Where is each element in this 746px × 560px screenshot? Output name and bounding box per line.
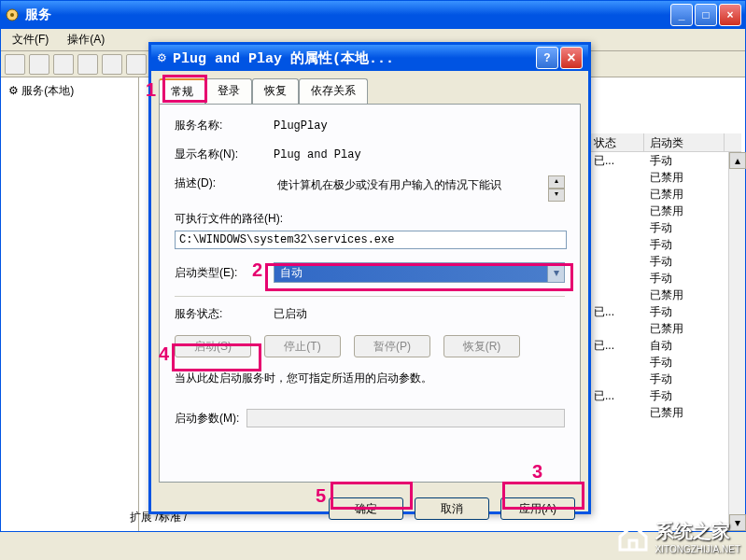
cell-status: 已... xyxy=(588,303,644,320)
ok-button[interactable]: 确定 xyxy=(329,497,403,520)
col-status[interactable]: 状态 xyxy=(588,133,644,151)
service-status-label: 服务状态: xyxy=(175,306,274,322)
cell-status xyxy=(588,371,644,387)
start-params-input xyxy=(246,409,565,427)
cell-startup: 自动 xyxy=(644,337,725,354)
list-header: 状态 启动类 xyxy=(588,133,741,152)
cancel-button[interactable]: 取消 xyxy=(415,497,489,520)
cell-startup: 手动 xyxy=(644,219,725,236)
stop-button[interactable]: 停止(T) xyxy=(264,335,341,357)
dialog-icon: ⚙ xyxy=(157,51,167,64)
scroll-up-icon[interactable]: ▴ xyxy=(729,152,746,169)
services-local-icon: ⚙ xyxy=(8,84,19,97)
startup-type-value: 自动 xyxy=(280,265,303,281)
resume-button[interactable]: 恢复(R) xyxy=(443,335,520,357)
tree-root-label: 服务(本地) xyxy=(21,84,74,97)
list-item[interactable]: 已...手动 xyxy=(588,387,741,404)
list-item[interactable]: 已禁用 xyxy=(588,186,741,203)
list-item[interactable]: 已...自动 xyxy=(588,337,741,354)
cell-startup: 手动 xyxy=(644,371,725,387)
cell-status xyxy=(588,404,644,421)
properties-dialog: ⚙ Plug and Play 的属性(本地... ? × 常规 登录 恢复 依… xyxy=(148,42,591,514)
minimize-button[interactable]: _ xyxy=(670,4,693,26)
menu-action[interactable]: 操作(A) xyxy=(60,30,112,49)
toolbar-prop-button[interactable] xyxy=(53,54,74,75)
cell-startup: 已禁用 xyxy=(644,186,725,203)
help-text: 当从此处启动服务时，您可指定所适用的启动参数。 xyxy=(175,371,565,386)
tab-panel-general: 服务名称: PlugPlay 显示名称(N): Plug and Play 描述… xyxy=(159,104,581,483)
cell-status xyxy=(588,203,644,219)
list-item[interactable]: 已禁用 xyxy=(588,404,741,421)
cell-status xyxy=(588,253,644,270)
startup-type-label: 启动类型(E): xyxy=(175,265,274,281)
cell-startup: 手动 xyxy=(644,387,725,404)
list-item[interactable]: 手动 xyxy=(588,219,741,236)
list-item[interactable]: 手动 xyxy=(588,236,741,253)
exe-path-input[interactable]: C:\WINDOWS\system32\services.exe xyxy=(175,231,567,249)
cell-status xyxy=(588,287,644,303)
tab-strip: 常规 登录 恢复 依存关系 xyxy=(151,71,588,104)
close-button[interactable]: × xyxy=(719,4,741,26)
list-item[interactable]: 已禁用 xyxy=(588,203,741,219)
apply-button[interactable]: 应用(A) xyxy=(500,497,575,520)
cell-status: 已... xyxy=(588,337,644,354)
services-icon xyxy=(5,7,20,22)
start-button[interactable]: 启动(S) xyxy=(175,335,251,357)
vertical-scrollbar[interactable]: ▴ ▾ xyxy=(728,152,745,531)
cell-status: 已... xyxy=(588,152,644,169)
list-item[interactable]: 手动 xyxy=(588,371,741,387)
cell-status: 已... xyxy=(588,387,644,404)
toolbar-forward-button[interactable] xyxy=(29,54,49,75)
description-scroll[interactable]: ▴ ▾ xyxy=(548,175,565,202)
tab-logon[interactable]: 登录 xyxy=(205,78,252,104)
dialog-close-button[interactable]: × xyxy=(560,47,583,69)
list-item[interactable]: 手动 xyxy=(588,354,741,371)
main-title: 服务 xyxy=(25,7,670,23)
service-name-label: 服务名称: xyxy=(175,118,274,133)
list-item[interactable]: 手动 xyxy=(588,253,741,270)
list-item[interactable]: 已禁用 xyxy=(588,320,741,337)
dialog-titlebar[interactable]: ⚙ Plug and Play 的属性(本地... ? × xyxy=(151,45,588,71)
tab-general[interactable]: 常规 xyxy=(159,78,205,104)
tab-dependencies[interactable]: 依存关系 xyxy=(299,78,368,104)
help-button[interactable]: ? xyxy=(536,47,558,69)
pause-button[interactable]: 暂停(P) xyxy=(354,335,430,357)
cell-startup: 手动 xyxy=(644,354,725,371)
list-item[interactable]: 已...手动 xyxy=(588,303,741,320)
watermark-text-2: XITONGZHIJIA.NET xyxy=(655,544,741,554)
cell-status xyxy=(588,219,644,236)
display-name-label: 显示名称(N): xyxy=(175,147,274,162)
startup-type-combo[interactable]: 自动 ▾ xyxy=(274,262,565,283)
toolbar-refresh-button[interactable] xyxy=(77,54,98,75)
maximize-button[interactable]: □ xyxy=(695,4,717,26)
cell-startup: 已禁用 xyxy=(644,287,725,303)
desc-scroll-down-icon[interactable]: ▾ xyxy=(548,189,565,202)
list-item[interactable]: 手动 xyxy=(588,270,741,287)
watermark: 系统之家 XITONGZHIJIA.NET xyxy=(616,519,741,554)
chevron-down-icon[interactable]: ▾ xyxy=(547,263,564,282)
main-titlebar[interactable]: 服务 _ □ × xyxy=(1,1,745,29)
cell-status xyxy=(588,270,644,287)
list-rows: 已...手动已禁用已禁用已禁用手动手动手动手动已禁用已...手动已禁用已...自… xyxy=(588,152,741,421)
cell-startup: 已禁用 xyxy=(644,169,725,186)
dialog-title: Plug and Play 的属性(本地... xyxy=(173,49,534,67)
list-item[interactable]: 已禁用 xyxy=(588,169,741,186)
tree-root[interactable]: ⚙ 服务(本地) xyxy=(5,81,134,101)
tab-recovery[interactable]: 恢复 xyxy=(252,78,299,104)
list-item[interactable]: 已...手动 xyxy=(588,152,741,169)
service-status-value: 已启动 xyxy=(274,306,565,322)
toolbar-export-button[interactable] xyxy=(102,54,122,75)
col-startup[interactable]: 启动类 xyxy=(644,133,725,151)
desc-scroll-up-icon[interactable]: ▴ xyxy=(548,175,565,189)
cell-startup: 已禁用 xyxy=(644,320,725,337)
menu-file[interactable]: 文件(F) xyxy=(5,30,56,49)
cell-startup: 已禁用 xyxy=(644,404,725,421)
start-params-label: 启动参数(M): xyxy=(175,411,239,427)
cell-status xyxy=(588,236,644,253)
cell-status xyxy=(588,320,644,337)
cell-startup: 手动 xyxy=(644,152,725,169)
list-item[interactable]: 已禁用 xyxy=(588,287,741,303)
toolbar-back-button[interactable] xyxy=(5,54,25,75)
toolbar-help-button[interactable] xyxy=(126,54,147,75)
divider xyxy=(175,296,565,297)
